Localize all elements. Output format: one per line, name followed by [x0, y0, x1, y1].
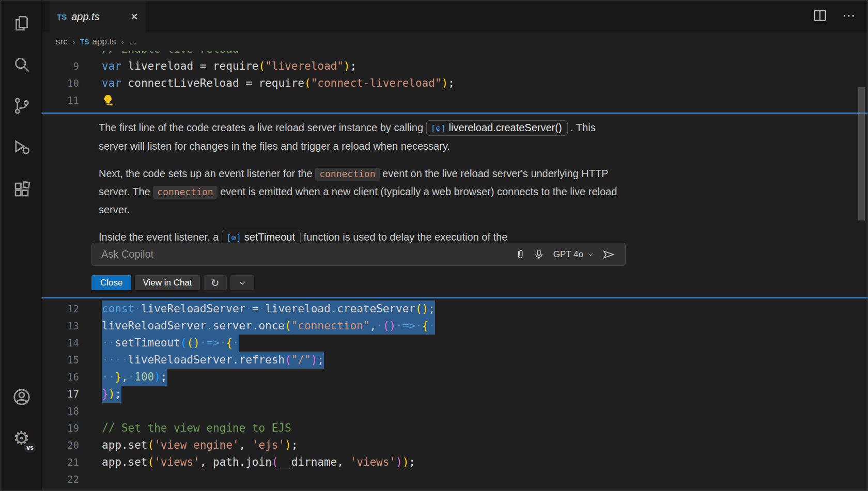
- code-text: app.set('view engine', 'ejs');: [102, 437, 298, 454]
- code-line-11[interactable]: 11: [42, 92, 867, 109]
- model-label: GPT 4o: [553, 249, 583, 260]
- microphone-icon[interactable]: [530, 246, 548, 263]
- model-picker[interactable]: GPT 4o: [553, 249, 594, 260]
- line-number[interactable]: 19: [42, 420, 79, 437]
- line-number[interactable]: 12: [42, 300, 79, 318]
- tab-close-icon[interactable]: ✕: [130, 11, 138, 23]
- line-number[interactable]: [42, 51, 79, 58]
- code-line-19[interactable]: 19// Set the view engine to EJS: [42, 420, 867, 437]
- code-text: ··},·100);: [102, 369, 167, 386]
- code-text: var livereload = require("livereload");: [102, 58, 357, 75]
- send-icon[interactable]: [599, 246, 618, 263]
- code-text: // Enable live reload: [102, 51, 239, 58]
- typescript-file-icon: TS: [57, 12, 67, 21]
- code-text: });: [102, 386, 121, 403]
- code-line-21[interactable]: 21app.set('views', path.join(__dirname, …: [42, 454, 867, 471]
- profile-badge[interactable]: vs: [23, 442, 37, 453]
- line-number[interactable]: 11: [42, 92, 79, 109]
- copilot-explanation: The first line of the code creates a liv…: [99, 119, 623, 257]
- editor-scrollbar[interactable]: [858, 87, 865, 220]
- tab-label: app.ts: [71, 11, 99, 23]
- code-line-17[interactable]: 17});: [42, 386, 867, 403]
- editor-code-top[interactable]: // Enable live reload9var livereload = r…: [42, 51, 867, 110]
- line-number[interactable]: 21: [42, 454, 79, 471]
- chevron-right-icon: ›: [72, 37, 75, 47]
- ask-copilot-input[interactable]: Ask Copilot GPT 4o: [91, 243, 626, 266]
- vscode-window: ⚙ vs TS app.ts ✕ ⋯ src › TS app.ts › … /…: [0, 0, 868, 491]
- code-line-13[interactable]: 13liveReloadServer.server.once("connecti…: [42, 318, 867, 335]
- breadcrumb-file[interactable]: app.ts: [92, 37, 116, 47]
- breadcrumb: src › TS app.ts › …: [42, 33, 867, 51]
- explanation-paragraph: Next, the code sets up an event listener…: [99, 165, 623, 218]
- close-button[interactable]: Close: [91, 275, 131, 290]
- split-editor-icon[interactable]: [812, 8, 828, 23]
- chevron-right-icon: ›: [121, 37, 124, 47]
- symbol-link-chip[interactable]: [⊘]livereload.createServer(): [426, 120, 568, 136]
- inline-chat-widget: The first line of the code creates a liv…: [42, 113, 867, 298]
- code-text: liveReloadServer.server.once("connection…: [102, 318, 435, 335]
- symbol-method-icon: [⊘]: [226, 233, 241, 243]
- line-number[interactable]: 17: [42, 386, 79, 403]
- line-number[interactable]: 16: [42, 369, 79, 386]
- activity-bar: ⚙ vs: [1, 1, 42, 490]
- inline-code-chip[interactable]: connection: [315, 168, 379, 181]
- inline-chat-actions: Close View in Chat ↻: [91, 275, 254, 290]
- line-number[interactable]: 13: [42, 318, 79, 335]
- code-line-20[interactable]: 20app.set('view engine', 'ejs');: [42, 437, 867, 454]
- accounts-icon[interactable]: [1, 384, 42, 410]
- code-line-16[interactable]: 16··},·100);: [42, 369, 867, 386]
- line-number[interactable]: 14: [42, 335, 79, 352]
- source-control-icon[interactable]: [1, 92, 42, 119]
- more-actions-icon[interactable]: ⋯: [842, 10, 856, 21]
- explorer-icon[interactable]: [1, 10, 42, 37]
- search-icon[interactable]: [1, 51, 42, 78]
- code-text: ··setTimeout(()·=>·{·: [102, 335, 239, 352]
- code-line-10[interactable]: 10var connectLiveReload = require("conne…: [42, 75, 867, 92]
- typescript-file-icon: TS: [80, 38, 89, 46]
- code-text: // Set the view engine to EJS: [102, 420, 291, 437]
- code-text: ····liveReloadServer.refresh("/");: [102, 352, 324, 369]
- chevron-down-button[interactable]: [230, 275, 254, 290]
- copilot-lightbulb-icon[interactable]: [102, 92, 114, 109]
- code-text: app.set('views', path.join(__dirname, 'v…: [102, 454, 415, 471]
- code-line-18[interactable]: 18: [42, 403, 867, 420]
- line-number[interactable]: 18: [42, 403, 79, 420]
- breadcrumb-symbol[interactable]: …: [129, 37, 137, 47]
- code-line-12[interactable]: 12const·liveReloadServer·=·livereload.cr…: [42, 300, 867, 318]
- code-line-22[interactable]: 22: [42, 471, 867, 488]
- chevron-down-icon: [587, 251, 594, 258]
- code-line-15[interactable]: 15····liveReloadServer.refresh("/");: [42, 352, 867, 369]
- explanation-paragraph: The first line of the code creates a liv…: [99, 119, 623, 155]
- line-number[interactable]: 9: [42, 58, 79, 75]
- input-placeholder[interactable]: Ask Copilot: [101, 248, 511, 260]
- breadcrumb-src[interactable]: src: [56, 37, 68, 47]
- inline-code-chip[interactable]: connection: [153, 186, 217, 199]
- extensions-icon[interactable]: [1, 176, 42, 203]
- code-line-8[interactable]: // Enable live reload: [42, 51, 867, 58]
- run-and-debug-icon[interactable]: [1, 134, 42, 161]
- editor-code-bottom[interactable]: 12const·liveReloadServer·=·livereload.cr…: [42, 300, 867, 491]
- line-number[interactable]: 15: [42, 352, 79, 369]
- tab-app-ts[interactable]: TS app.ts ✕: [50, 1, 146, 33]
- code-text: const·liveReloadServer·=·livereload.crea…: [102, 300, 435, 318]
- rerun-icon[interactable]: ↻: [204, 275, 227, 290]
- code-text: var connectLiveReload = require("connect…: [102, 75, 455, 92]
- tab-bar: TS app.ts ✕ ⋯: [42, 1, 867, 33]
- line-number[interactable]: 22: [42, 471, 79, 488]
- view-in-chat-button[interactable]: View in Chat: [135, 275, 199, 290]
- code-line-14[interactable]: 14··setTimeout(()·=>·{·: [42, 335, 867, 352]
- attach-context-icon[interactable]: [511, 246, 530, 263]
- line-number[interactable]: 10: [42, 75, 79, 92]
- code-line-9[interactable]: 9var livereload = require("livereload");: [42, 58, 867, 75]
- line-number[interactable]: 20: [42, 437, 79, 454]
- symbol-method-icon: [⊘]: [431, 123, 446, 133]
